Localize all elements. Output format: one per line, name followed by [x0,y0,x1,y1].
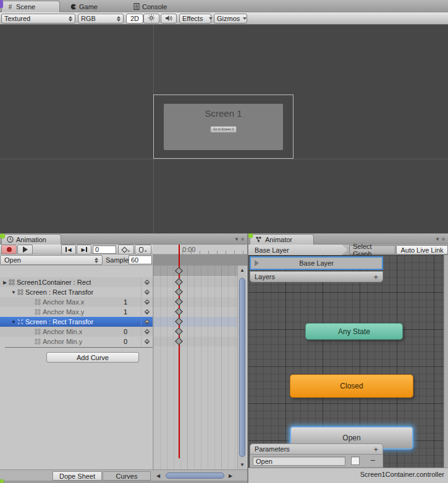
tab-animator[interactable]: Animator [250,234,314,245]
shading-mode-dropdown[interactable]: Textured [1,14,75,23]
sample-field[interactable]: 60 [129,255,152,264]
screen1-panel[interactable]: Screen 1 Go to Screen 2 [164,104,283,150]
anim-row-anchor-min-y[interactable]: Anchor Min.y 0 [0,337,153,346]
layers-header[interactable]: Layers + [250,271,383,282]
next-key-button[interactable]: ▶ [77,245,91,254]
clip-dropdown[interactable]: Open [0,255,103,265]
canvas-outline[interactable]: Screen 1 Go to Screen 2 [153,94,294,159]
foldout-icon[interactable]: ▼ [11,290,17,295]
status-dot [0,233,5,238]
playhead[interactable] [179,245,180,458]
tab-animation-label: Animation [16,236,46,243]
scene-tabbar: # Scene Game Console [0,0,448,12]
rect-transform-icon [34,338,41,345]
scene-pane: # Scene Game Console Textured [0,0,448,233]
render-channel-dropdown[interactable]: RGB [78,14,124,23]
panel-menu-icon[interactable] [436,236,446,242]
layer-item-base-layer[interactable]: Base Layer [250,256,383,270]
animator-graph[interactable]: Any State Closed Open [248,255,448,468]
rect-transform-icon [34,328,41,335]
add-key-icon[interactable] [141,288,152,296]
parameter-checkbox[interactable] [351,456,360,465]
record-icon [7,247,12,252]
play-icon [23,246,28,253]
scroll-right-icon[interactable]: ▶ [229,473,232,479]
anim-row-anchor-max-x[interactable]: Anchor Max.x 1 [0,297,153,307]
add-parameter-button[interactable]: + [373,445,378,453]
scroll-down-icon[interactable]: ▼ [238,462,247,468]
screen1-title: Screen 1 [164,108,283,119]
prev-key-button[interactable]: ◀ [61,245,76,254]
add-key-icon[interactable] [141,278,152,287]
status-dot [247,233,253,238]
panel-menu-icon[interactable] [235,236,245,242]
effects-dropdown[interactable]: Effects [179,14,211,23]
status-bar: Screen1Container.controller [248,468,448,483]
clip-row: Open Sample 60 [0,254,153,266]
add-event-button[interactable]: + [135,245,151,254]
move-tool-icon [17,318,24,326]
auto-live-link-button[interactable]: Auto Live Link [396,245,448,254]
select-graph-button[interactable]: Select Graph [349,245,395,254]
tab-curves[interactable]: Curves [103,471,151,481]
foldout-icon[interactable]: ▼ [11,319,17,325]
rect-transform-icon [34,308,41,316]
anim-row-screen-rect-1[interactable]: ▼ Screen : Rect Transfor [0,287,153,297]
anim-row-anchor-min-x[interactable]: Anchor Min.x 0 [0,327,153,337]
add-key-icon[interactable] [141,317,152,326]
scene-axis-horizontal [0,159,448,159]
hscrollbar-thumb[interactable] [166,472,224,479]
graph-scrollbar[interactable] [444,255,448,468]
anim-row-screen1container[interactable]: ▶ Screen1Container : Rect [0,277,153,287]
tab-scene[interactable]: # Scene [1,1,60,12]
tab-dope-sheet[interactable]: Dope Sheet [53,471,102,481]
foldout-icon[interactable]: ▶ [2,280,8,285]
ruler-ticks [182,251,247,254]
frame-field[interactable]: 0 [93,245,116,254]
rect-transform-icon [8,279,15,286]
animation-controls: ◀ ▶ 0 + + [0,245,153,254]
anim-row-screen-rect-2-selected[interactable]: ▼ Screen : Rect Transfor [0,317,153,327]
record-button[interactable] [1,245,17,254]
add-layer-button[interactable]: + [373,273,378,281]
state-node-any-state[interactable]: Any State [305,323,403,340]
scroll-up-icon[interactable]: ▲ [238,267,247,273]
state-node-closed[interactable]: Closed [290,374,413,398]
sample-label: Sample [106,256,129,264]
clock-icon [7,236,14,244]
animator-tabbar: Animator [248,233,448,245]
vertical-scrollbar[interactable]: ▲ ▼ [237,266,246,469]
remove-parameter-button[interactable]: − [370,455,375,465]
scene-viewport[interactable]: Screen 1 Go to Screen 2 [0,25,448,233]
tab-animation[interactable]: Animation [1,234,61,245]
goto-screen2-button[interactable]: Go to Screen 2 [210,126,237,133]
parameter-name-field[interactable]: Open [253,456,345,466]
tab-game-label: Game [79,3,98,10]
scroll-left-icon[interactable]: ◀ [156,473,160,479]
tab-scene-label: Scene [16,3,35,10]
add-keyframe-button[interactable]: + [118,245,134,254]
parameters-header[interactable]: Parameters + [250,443,383,455]
2d-toggle[interactable]: 2D [126,14,143,23]
add-key-icon[interactable] [141,308,152,316]
add-curve-button[interactable]: Add Curve [46,352,139,363]
breadcrumb-base-layer[interactable]: Base Layer [248,245,347,255]
add-key-icon[interactable] [141,337,152,346]
add-key-icon[interactable] [141,298,152,306]
speaker-icon [165,15,173,23]
dopesheet[interactable] [153,266,237,469]
lighting-toggle[interactable] [143,14,159,23]
tab-game[interactable]: Game [65,1,117,12]
scrollbar-thumb[interactable] [239,278,245,457]
next-key-icon: ▶ [81,247,87,253]
layer-triangle-icon [255,260,259,266]
bottom-strip [0,481,247,483]
audio-toggle[interactable] [161,14,177,23]
tab-console[interactable]: Console [128,1,184,12]
timeline-ruler[interactable]: 0:00 [153,245,247,254]
play-button[interactable] [17,245,33,254]
gizmos-dropdown[interactable]: Gizmos [214,14,247,23]
add-key-icon[interactable] [141,327,152,336]
game-icon [70,3,77,10]
anim-row-anchor-max-y[interactable]: Anchor Max.y 1 [0,307,153,317]
